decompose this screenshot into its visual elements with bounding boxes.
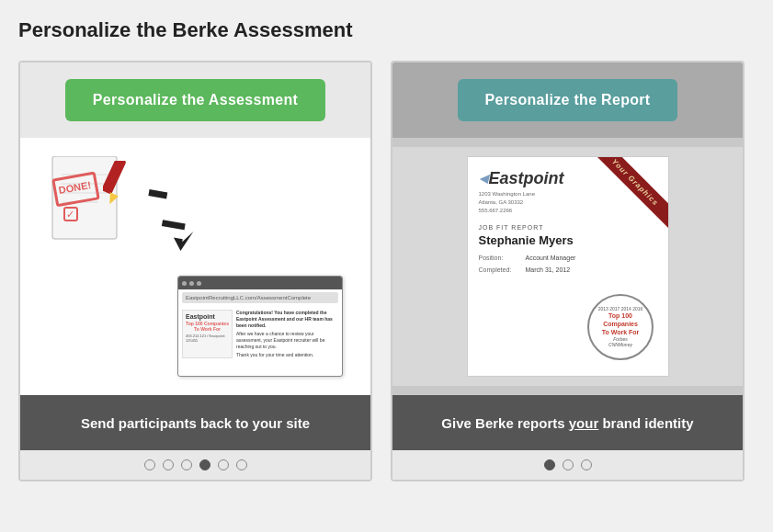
report-ribbon-text: Your Graphics: [587, 157, 668, 230]
browser-message-body: After we have a chance to review your as…: [236, 331, 338, 350]
svg-text:✓: ✓: [66, 209, 74, 220]
browser-dot-2: [189, 281, 194, 286]
browser-mockup: EastpointRecruitingLLC.com/AssessmentCom…: [177, 276, 343, 377]
browser-content: Eastpoint Top 100 Companies To Work For …: [178, 306, 342, 362]
personalize-assessment-button[interactable]: Personalize the Assessment: [65, 79, 325, 121]
report-footer-text: Give Berke reports your brand identity: [441, 415, 693, 431]
report-completed-label: Completed:: [479, 265, 520, 277]
report-document: Your Graphics ◂Eastpoint 1203 Washington…: [467, 156, 669, 377]
assessment-card-footer: Send participants back to your site: [20, 395, 370, 450]
report-card-header: Personalize the Report: [392, 62, 743, 138]
report-dots: [392, 450, 743, 480]
report-dot-2[interactable]: [563, 459, 574, 470]
report-logo-triangle: ◂: [479, 168, 487, 188]
report-dot-1-active[interactable]: [544, 459, 555, 470]
assessment-illustration: DONE! ✓: [29, 147, 361, 386]
browser-contact: 456.212.121 / Eastpoint: 125455: [186, 334, 229, 343]
report-card: Personalize the Report Your Graphics ◂Ea…: [391, 61, 745, 481]
award-inner: 2013 2017 2014 2016 Top 100 Companies To…: [589, 302, 652, 351]
award-badge: 2013 2017 2014 2016 Top 100 Companies To…: [586, 292, 655, 361]
assessment-card: Personalize the Assessment DONE!: [18, 61, 372, 481]
browser-url: EastpointRecruitingLLC.com/AssessmentCom…: [186, 295, 311, 300]
browser-dot-1: [182, 281, 187, 286]
svg-rect-9: [103, 161, 127, 195]
browser-addressbar: EastpointRecruitingLLC.com/AssessmentCom…: [182, 292, 338, 303]
assessment-footer-text: Send participants back to your site: [81, 415, 310, 431]
award-line2: To Work For: [593, 328, 648, 336]
award-years: 2013 2017 2014 2016: [593, 306, 648, 311]
report-dot-3[interactable]: [581, 459, 592, 470]
report-completed-row: Completed: March 31, 2012: [479, 265, 657, 277]
report-logo-name: Eastpoint: [489, 169, 564, 187]
page-title: Personalize the Berke Assessment: [18, 18, 755, 42]
svg-marker-10: [106, 192, 119, 206]
dot-4-active[interactable]: [199, 459, 210, 470]
dot-5[interactable]: [218, 459, 229, 470]
assessment-dots: [20, 450, 370, 480]
personalize-report-button[interactable]: Personalize the Report: [458, 79, 678, 121]
browser-message-title: Congratulations! You have completed the …: [236, 310, 338, 329]
report-position-label: Position:: [479, 253, 520, 265]
dot-2[interactable]: [163, 459, 174, 470]
browser-dot-3: [197, 281, 201, 286]
report-ribbon-banner: Your Graphics: [567, 157, 668, 258]
report-completed-value: March 31, 2012: [526, 265, 571, 277]
browser-logo-area: Eastpoint Top 100 Companies To Work For …: [182, 310, 233, 358]
report-footer-underline: your: [569, 415, 599, 431]
browser-thanks: Thank you for your time and attention.: [236, 352, 338, 358]
award-line1: Top 100 Companies: [593, 311, 648, 328]
award-circle: 2013 2017 2014 2016 Top 100 Companies To…: [587, 294, 654, 360]
dot-6[interactable]: [236, 459, 247, 470]
dot-3[interactable]: [181, 459, 192, 470]
browser-titlebar: [178, 277, 342, 289]
browser-message: Congratulations! You have completed the …: [236, 310, 338, 358]
arrow-icon: [135, 188, 199, 266]
browser-logo-sub: Top 100 Companies To Work For: [186, 321, 229, 332]
assessment-image-area: DONE! ✓: [20, 138, 370, 395]
assessment-card-header: Personalize the Assessment: [20, 62, 370, 138]
report-image-area: Your Graphics ◂Eastpoint 1203 Washington…: [392, 138, 743, 395]
cards-container: Personalize the Assessment DONE!: [18, 61, 755, 481]
dot-1[interactable]: [144, 459, 155, 470]
report-illustration: Your Graphics ◂Eastpoint 1203 Washington…: [392, 147, 743, 386]
report-card-footer: Give Berke reports your brand identity: [392, 395, 743, 450]
award-sub2: CNNMoney: [593, 342, 648, 347]
browser-company-name: Eastpoint: [186, 313, 229, 320]
